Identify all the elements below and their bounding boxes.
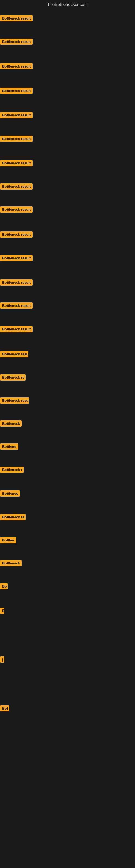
bottleneck-item-5[interactable]: Bottleneck result <box>0 112 33 119</box>
bottleneck-badge-16: Bottleneck re <box>0 374 26 380</box>
bottleneck-badge-13: Bottleneck result <box>0 303 33 309</box>
bottleneck-item-10[interactable]: Bottleneck result <box>0 231 33 239</box>
bottleneck-item-7[interactable]: Bottleneck result <box>0 160 33 167</box>
bottleneck-item-24[interactable]: Bottleneck <box>0 560 21 567</box>
bottleneck-item-16[interactable]: Bottleneck re <box>0 374 26 382</box>
bottleneck-badge-9: Bottleneck result <box>0 207 33 213</box>
bottleneck-item-8[interactable]: Bottleneck result <box>0 183 33 191</box>
bottleneck-item-27[interactable]: | <box>0 656 4 664</box>
bottleneck-item-25[interactable]: Bo <box>0 583 8 590</box>
bottleneck-badge-2: Bottleneck result <box>0 38 33 45</box>
bottleneck-badge-25: Bo <box>0 583 8 589</box>
bottleneck-badge-12: Bottleneck result <box>0 279 33 286</box>
bottleneck-item-19[interactable]: Bottlene <box>0 443 18 451</box>
bottleneck-badge-3: Bottleneck result <box>0 63 33 69</box>
bottleneck-badge-23: Bottlen <box>0 537 16 543</box>
bottleneck-badge-1: Bottleneck result <box>0 15 33 22</box>
bottleneck-item-6[interactable]: Bottleneck result <box>0 135 33 143</box>
bottleneck-item-12[interactable]: Bottleneck result <box>0 279 33 287</box>
bottleneck-item-4[interactable]: Bottleneck result <box>0 88 33 95</box>
bottleneck-badge-27: | <box>0 656 4 663</box>
bottleneck-badge-24: Bottleneck <box>0 560 21 566</box>
bottleneck-item-28[interactable]: Bot <box>0 705 9 713</box>
bottleneck-item-1[interactable]: Bottleneck result <box>0 15 33 23</box>
bottleneck-badge-18: Bottleneck <box>0 421 21 427</box>
bottleneck-item-23[interactable]: Bottlen <box>0 537 16 545</box>
site-title: TheBottlenecker.com <box>0 0 135 8</box>
bottleneck-item-18[interactable]: Bottleneck <box>0 421 21 428</box>
bottleneck-badge-4: Bottleneck result <box>0 88 33 94</box>
bottleneck-badge-21: Bottlenec <box>0 490 20 497</box>
bottleneck-badge-6: Bottleneck result <box>0 135 33 142</box>
bottleneck-badge-28: Bot <box>0 705 9 712</box>
bottleneck-item-3[interactable]: Bottleneck result <box>0 63 33 70</box>
bottleneck-item-14[interactable]: Bottleneck result <box>0 326 33 333</box>
bottleneck-item-26[interactable]: B <box>0 608 4 615</box>
bottleneck-badge-7: Bottleneck result <box>0 160 33 166</box>
bottleneck-badge-14: Bottleneck result <box>0 326 33 332</box>
bottleneck-item-11[interactable]: Bottleneck result <box>0 255 33 262</box>
bottleneck-item-17[interactable]: Bottleneck resul <box>0 397 29 405</box>
bottleneck-item-20[interactable]: Bottleneck r <box>0 467 24 474</box>
bottleneck-item-22[interactable]: Bottleneck re <box>0 514 26 521</box>
bottleneck-item-2[interactable]: Bottleneck result <box>0 38 33 46</box>
bottleneck-badge-8: Bottleneck result <box>0 183 33 190</box>
bottleneck-badge-20: Bottleneck r <box>0 467 24 473</box>
bottleneck-badge-26: B <box>0 608 4 614</box>
bottleneck-badge-10: Bottleneck result <box>0 231 33 238</box>
bottleneck-badge-22: Bottleneck re <box>0 514 26 520</box>
bottleneck-badge-17: Bottleneck resul <box>0 397 29 404</box>
bottleneck-item-21[interactable]: Bottlenec <box>0 490 20 498</box>
bottleneck-item-9[interactable]: Bottleneck result <box>0 207 33 214</box>
bottleneck-badge-5: Bottleneck result <box>0 112 33 118</box>
bottleneck-item-15[interactable]: Bottleneck result <box>0 351 28 358</box>
bottleneck-badge-15: Bottleneck result <box>0 351 28 357</box>
bottleneck-badge-11: Bottleneck result <box>0 255 33 261</box>
bottleneck-badge-19: Bottlene <box>0 443 18 450</box>
bottleneck-item-13[interactable]: Bottleneck result <box>0 303 33 310</box>
